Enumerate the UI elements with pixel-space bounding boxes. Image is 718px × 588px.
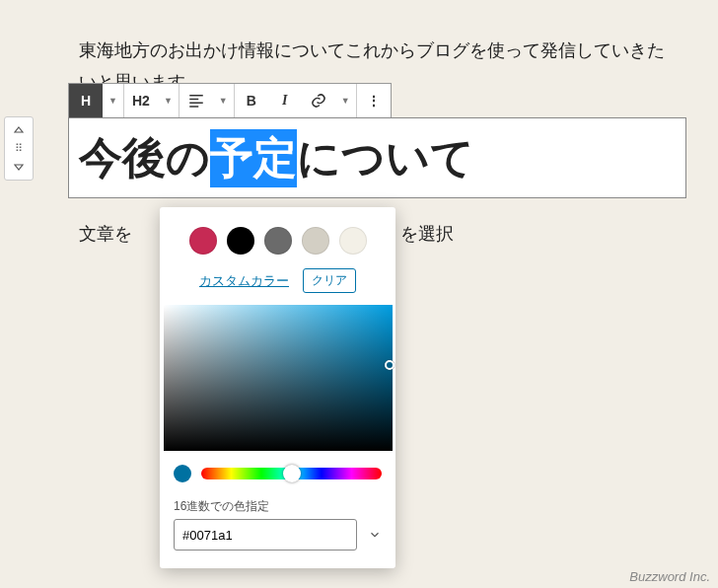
expand-toggle-button[interactable] [367,522,382,548]
more-options-button[interactable]: ⋮ [357,84,391,117]
heading-block[interactable]: 今後の予定について [68,117,686,198]
hue-thumb[interactable] [283,465,301,482]
drag-handle-icon[interactable]: ⠿ [15,139,24,158]
color-swatch[interactable] [189,227,217,255]
chevron-down-icon [368,528,382,542]
block-handle[interactable]: ⠿ [4,116,34,181]
hex-label: 16進数での色指定 [160,490,395,519]
hue-slider[interactable] [201,468,382,479]
align-left-icon [187,92,205,110]
bold-button[interactable]: B [235,84,268,117]
footer-brand: Buzzword Inc. [629,569,710,584]
move-down-icon[interactable] [9,158,29,176]
heading-block-type-button[interactable]: H [69,84,103,117]
heading-text-selection: 予定 [210,129,297,187]
align-button[interactable] [180,84,213,117]
color-swatch[interactable] [302,227,329,255]
swatch-row [160,221,395,266]
heading-text[interactable]: 今後の予定について [79,129,474,187]
color-picker-popover: カスタムカラー クリア 16進数での色指定 [160,207,395,568]
under-text-right: を選択 [400,222,454,246]
italic-button[interactable]: I [268,84,302,117]
heading-level-dropdown[interactable]: ▼ [158,84,179,117]
align-dropdown[interactable]: ▼ [213,84,234,117]
clear-color-button[interactable]: クリア [303,268,356,293]
sv-thumb[interactable] [385,360,395,370]
color-swatch[interactable] [339,227,367,255]
heading-level-button[interactable]: H2 [124,84,158,117]
block-type-dropdown[interactable]: ▼ [103,84,123,117]
color-swatch[interactable] [227,227,254,255]
heading-text-after: について [297,129,474,187]
custom-color-link[interactable]: カスタムカラー [199,272,289,290]
inline-format-dropdown[interactable]: ▼ [335,84,356,117]
under-text-left: 文章を [79,222,132,246]
block-toolbar: H ▼ H2 ▼ ▼ B I ▼ ⋮ [68,83,392,118]
saturation-value-area[interactable] [164,305,393,451]
heading-text-before: 今後の [79,129,210,187]
move-up-icon[interactable] [9,121,29,139]
link-icon [310,92,327,110]
color-swatch[interactable] [264,227,292,255]
color-preview [174,465,191,482]
hex-input[interactable] [174,519,357,551]
link-button[interactable] [302,84,335,117]
